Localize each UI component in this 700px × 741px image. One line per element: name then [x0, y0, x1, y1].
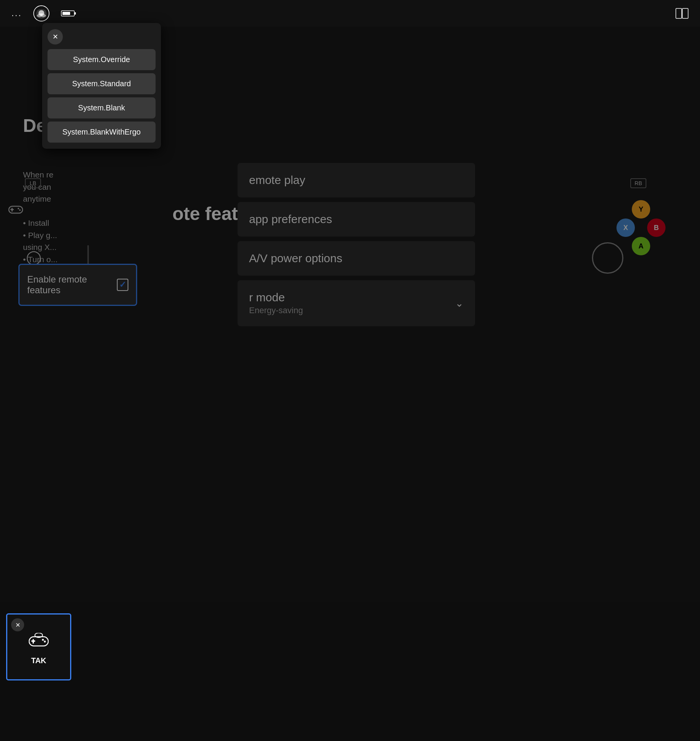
dropdown-close-button[interactable]: ✕ — [48, 29, 63, 44]
dropdown-popup: ✕ System.Override System.Standard System… — [42, 23, 161, 149]
btn-y[interactable]: Y — [632, 200, 650, 219]
av-power-options-item[interactable]: A/V power options — [238, 241, 475, 276]
svg-point-15 — [42, 639, 44, 641]
btn-x[interactable]: X — [616, 219, 635, 237]
tak-card[interactable]: ✕ TAK — [6, 613, 71, 680]
dropdown-option-1[interactable]: System.Standard — [48, 73, 156, 94]
svg-point-16 — [44, 641, 46, 642]
tak-gamepad-icon — [29, 633, 49, 651]
window-toggle-icon[interactable] — [675, 8, 689, 19]
btn-a[interactable]: A — [632, 237, 650, 255]
power-mode-item[interactable]: r mode Energy-saving ⌄ — [238, 280, 475, 326]
svg-point-1 — [39, 10, 44, 16]
enable-remote-checkbox[interactable]: Enable remote features ✓ — [18, 264, 137, 306]
dropdown-option-3[interactable]: System.BlankWithErgo — [48, 122, 156, 143]
joystick-circle — [592, 242, 623, 274]
chevron-down-icon: ⌄ — [455, 297, 464, 309]
lb-badge: LB — [25, 178, 41, 188]
timer-icon: ◯ — [26, 249, 41, 265]
battery-icon — [61, 8, 76, 19]
gamepad-icon — [8, 201, 23, 217]
svg-rect-14 — [31, 640, 36, 642]
svg-rect-6 — [682, 8, 688, 18]
tak-close-button[interactable]: ✕ — [11, 618, 24, 631]
power-mode-value: Energy-saving — [249, 306, 303, 315]
svg-point-10 — [18, 208, 19, 209]
svg-rect-9 — [10, 209, 14, 210]
enable-remote-label: Enable remote features — [27, 274, 117, 296]
bottom-bar — [0, 602, 700, 741]
dropdown-option-2[interactable]: System.Blank — [48, 97, 156, 118]
checkbox-checked-icon: ✓ — [117, 279, 128, 291]
menu-dots[interactable]: ... — [11, 8, 22, 18]
svg-rect-5 — [676, 8, 682, 18]
app-preferences-item[interactable]: app preferences — [238, 202, 475, 237]
svg-rect-4 — [62, 12, 70, 15]
svg-point-11 — [19, 209, 21, 211]
dropdown-option-0[interactable]: System.Override — [48, 49, 156, 70]
settings-list: emote play app preferences A/V power opt… — [238, 163, 475, 331]
tak-label: TAK — [31, 656, 46, 665]
remote-play-item[interactable]: emote play — [238, 163, 475, 197]
svg-rect-3 — [74, 12, 76, 15]
rb-badge: RB — [630, 178, 646, 188]
btn-b[interactable]: B — [647, 219, 666, 237]
t-connector — [73, 245, 103, 266]
xbox-logo[interactable] — [33, 5, 49, 21]
